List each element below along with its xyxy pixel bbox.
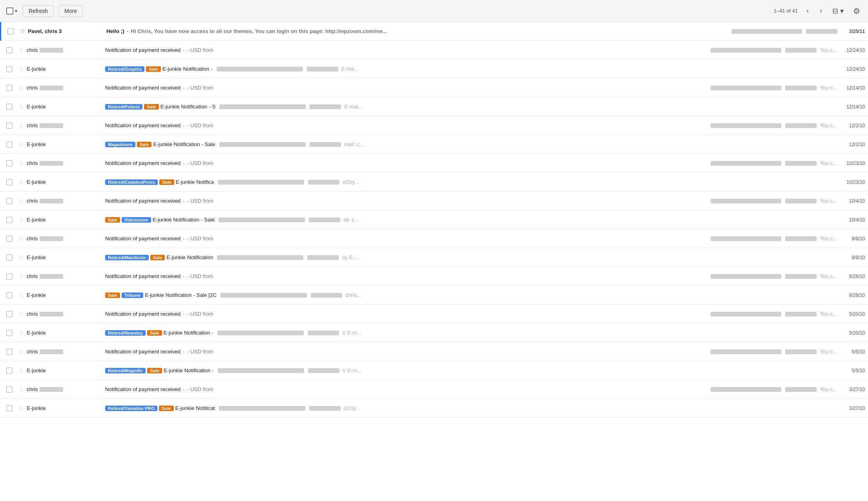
- row-checkbox[interactable]: [6, 349, 13, 355]
- email-content: MagazinumSaleE-junkie Notification - Sal…: [105, 141, 837, 147]
- row-checkbox[interactable]: [6, 104, 13, 110]
- star-icon[interactable]: ☆: [16, 272, 27, 280]
- email-snippet: E-mai...: [344, 104, 363, 110]
- select-all-checkbox[interactable]: [6, 7, 13, 15]
- email-row[interactable]: ☆E-junkieRetired/GraphixSaleE-junkie Not…: [0, 60, 868, 79]
- email-row[interactable]: ☆E-junkieRetired/NewsleySaleE-junkie Not…: [0, 324, 868, 342]
- email-snippet: V E-m...: [343, 368, 362, 373]
- next-page-button[interactable]: ›: [817, 6, 824, 16]
- email-row[interactable]: ☆chrisNotification of payment received -…: [0, 41, 868, 60]
- email-preview: - USD from: [187, 85, 707, 91]
- star-icon[interactable]: ☆: [16, 159, 27, 167]
- star-icon[interactable]: ☆: [16, 386, 27, 393]
- email-row[interactable]: ☆chrisNotification of payment received -…: [0, 342, 868, 361]
- more-button[interactable]: More: [58, 5, 83, 17]
- email-badge: Videozoom: [122, 217, 151, 223]
- row-checkbox[interactable]: [6, 368, 13, 374]
- dash-separator: -: [183, 386, 185, 392]
- display-density-icon[interactable]: ⊟ ▾: [831, 5, 845, 17]
- email-badge: Sale: [146, 66, 161, 72]
- email-subject: Notification of payment received: [105, 386, 181, 392]
- star-icon[interactable]: ☆: [16, 84, 27, 91]
- row-checkbox[interactable]: [6, 160, 13, 166]
- email-sender: chris: [27, 47, 105, 53]
- row-checkbox[interactable]: [6, 217, 13, 223]
- row-checkbox[interactable]: [7, 28, 14, 35]
- row-checkbox-wrap: [3, 368, 16, 374]
- star-icon[interactable]: ☆: [16, 46, 27, 54]
- email-date: 6/28/10: [837, 274, 865, 279]
- star-icon[interactable]: ☆: [16, 329, 27, 336]
- email-row[interactable]: ☆E-junkieRetired/ManifestoSaleE-junkie N…: [0, 248, 868, 267]
- select-all-checkbox-group[interactable]: ▾: [6, 7, 18, 15]
- star-icon[interactable]: ☆: [16, 235, 27, 242]
- row-checkbox[interactable]: [6, 386, 13, 393]
- star-icon[interactable]: ☆: [16, 348, 27, 355]
- star-icon[interactable]: ☆: [16, 178, 27, 186]
- email-date: 10/4/10: [837, 198, 865, 204]
- star-icon[interactable]: ☆: [16, 216, 27, 223]
- email-row[interactable]: ☆Pavel, chris 3Hello ;) - Hi Chris, You …: [0, 22, 868, 41]
- email-date: 8/8/10: [837, 255, 865, 260]
- star-icon[interactable]: ☆: [16, 310, 27, 318]
- star-icon[interactable]: ☆: [16, 367, 27, 374]
- row-checkbox[interactable]: [6, 85, 13, 91]
- email-row[interactable]: ☆E-junkieMagazinumSaleE-junkie Notificat…: [0, 135, 868, 154]
- email-snippet: cCoy...: [344, 405, 360, 411]
- row-checkbox[interactable]: [6, 292, 13, 298]
- row-checkbox[interactable]: [6, 405, 13, 411]
- email-snippet: You c...: [820, 85, 837, 91]
- row-checkbox[interactable]: [6, 47, 13, 53]
- email-row[interactable]: ☆chrisNotification of payment received -…: [0, 305, 868, 324]
- row-checkbox-wrap: [4, 28, 17, 35]
- star-icon[interactable]: ☆: [17, 27, 28, 35]
- email-row[interactable]: ☆E-junkieRetired/Yamidoo PROSaleE-junkie…: [0, 399, 868, 418]
- row-checkbox[interactable]: [6, 179, 13, 185]
- row-checkbox[interactable]: [6, 273, 13, 280]
- dash-separator: -: [183, 349, 185, 355]
- email-subject: E-junkie Notiticat: [175, 405, 215, 411]
- row-checkbox[interactable]: [6, 141, 13, 148]
- email-row[interactable]: ☆chrisNotification of payment received -…: [0, 229, 868, 248]
- star-icon[interactable]: ☆: [16, 254, 27, 261]
- email-row[interactable]: ☆chrisNotification of payment received -…: [0, 79, 868, 97]
- settings-icon[interactable]: ⚙: [852, 5, 862, 17]
- email-row[interactable]: ☆chrisNotification of payment received -…: [0, 192, 868, 210]
- toolbar: ▾ Refresh More 1–41 of 41 ‹ › ⊟ ▾ ⚙: [0, 0, 868, 22]
- email-sender: E-junkie: [27, 141, 105, 147]
- email-sender: chris: [27, 123, 105, 128]
- select-dropdown-arrow[interactable]: ▾: [14, 7, 18, 15]
- email-row[interactable]: ☆E-junkieRetired/CadabraPressSaleE-junki…: [0, 173, 868, 192]
- star-icon[interactable]: ☆: [16, 291, 27, 299]
- email-row[interactable]: ☆E-junkieRetired/MagnificSaleE-junkie No…: [0, 361, 868, 380]
- email-snippet: ail: c...: [343, 217, 359, 223]
- star-icon[interactable]: ☆: [16, 197, 27, 205]
- email-row[interactable]: ☆E-junkieSaleVideozoomE-junkie Notificat…: [0, 210, 868, 229]
- row-checkbox[interactable]: [6, 330, 13, 336]
- email-row[interactable]: ☆chrisNotification of payment received -…: [0, 380, 868, 399]
- prev-page-button[interactable]: ‹: [804, 6, 811, 16]
- row-checkbox[interactable]: [6, 236, 13, 242]
- email-row[interactable]: ☆E-junkieRetired/PolarisSaleE-junkie Not…: [0, 97, 868, 116]
- refresh-button[interactable]: Refresh: [23, 5, 54, 17]
- row-checkbox[interactable]: [6, 311, 13, 317]
- email-row[interactable]: ☆chrisNotification of payment received -…: [0, 116, 868, 135]
- email-date: 12/2/10: [837, 142, 865, 147]
- email-row[interactable]: ☆chrisNotification of payment received -…: [0, 267, 868, 286]
- email-row[interactable]: ☆E-junkieSaleTribuneE-junkie Notificatio…: [0, 286, 868, 305]
- row-checkbox[interactable]: [6, 198, 13, 204]
- email-preview: - USD from: [187, 386, 707, 392]
- row-checkbox[interactable]: [6, 254, 13, 261]
- star-icon[interactable]: ☆: [16, 141, 27, 148]
- email-row[interactable]: ☆chrisNotification of payment received -…: [0, 154, 868, 173]
- row-checkbox[interactable]: [6, 123, 13, 129]
- row-checkbox[interactable]: [6, 66, 13, 72]
- email-subject: Notification of payment received: [105, 236, 181, 241]
- email-badge: Retired/Yamidoo PRO: [105, 406, 157, 411]
- email-content: SaleTribuneE-junkie Notification - Sale …: [105, 292, 837, 298]
- star-icon[interactable]: ☆: [16, 404, 27, 412]
- email-sender: E-junkie: [27, 66, 105, 72]
- star-icon[interactable]: ☆: [16, 103, 27, 110]
- star-icon[interactable]: ☆: [16, 122, 27, 129]
- star-icon[interactable]: ☆: [16, 65, 27, 73]
